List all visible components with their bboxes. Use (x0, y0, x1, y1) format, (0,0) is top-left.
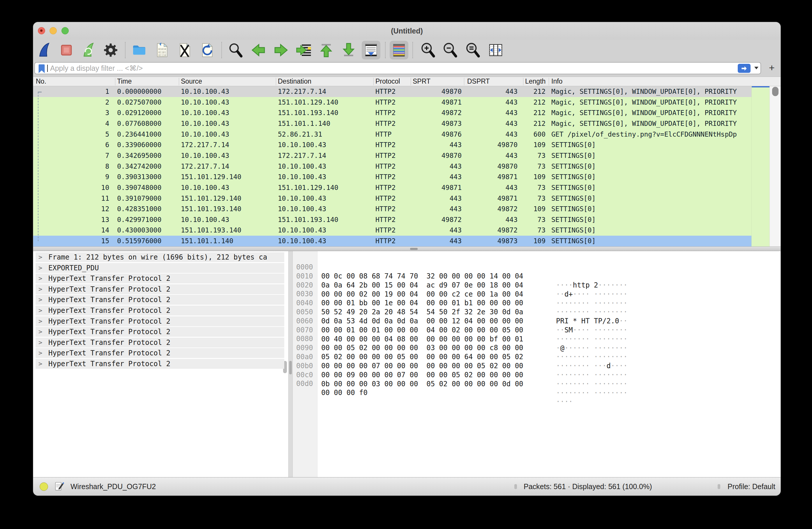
reload-file-button[interactable] (198, 41, 216, 59)
packet-row[interactable]: 11 0.391079000 151.101.129.140 10.10.100… (33, 193, 751, 204)
packet-row[interactable]: 6 0.339060000 172.217.7.14 10.10.100.43 … (33, 140, 751, 150)
column-header-sprt[interactable]: SPRT (413, 77, 431, 86)
chevron-right-icon[interactable]: > (39, 359, 42, 369)
column-header-info[interactable]: Info (551, 77, 562, 86)
hex-line[interactable]: 0050 0d 0a 53 4d 0d 0a 0d 0a 00 00 12 04… (293, 299, 781, 308)
column-header-dsprt[interactable]: DSPRT (467, 77, 490, 86)
hex-dump-pane[interactable]: 0000 00 0c 00 08 68 74 74 70 32 00 00 00… (293, 251, 781, 477)
packet-row[interactable]: 10 0.390748000 10.10.100.43 151.101.129.… (33, 182, 751, 193)
hex-line[interactable]: 0030 00 00 01 bb 00 1e 00 04 00 00 01 b1… (293, 281, 781, 289)
packet-row[interactable]: 14 0.430003000 151.101.193.140 10.10.100… (33, 225, 751, 236)
hex-line[interactable]: 0000 00 0c 00 08 68 74 74 70 32 00 00 00… (293, 254, 781, 263)
detail-tree-row[interactable]: > HyperText Transfer Protocol 2 (35, 305, 284, 315)
go-back-button[interactable] (249, 41, 268, 59)
auto-scroll-toggle[interactable] (362, 41, 380, 59)
detail-tree-row[interactable]: > HyperText Transfer Protocol 2 (35, 284, 284, 294)
detail-tree-row[interactable]: > HyperText Transfer Protocol 2 (35, 348, 284, 358)
resize-columns-button[interactable] (487, 41, 505, 59)
open-file-button[interactable] (130, 41, 148, 59)
chevron-right-icon[interactable]: > (39, 338, 42, 347)
chevron-right-icon[interactable]: > (39, 273, 42, 283)
detail-tree-row[interactable]: > HyperText Transfer Protocol 2 (35, 295, 284, 305)
chevron-right-icon[interactable]: > (39, 284, 42, 294)
packet-row[interactable]: 4 0.077608000 10.10.100.43 151.101.1.140… (33, 118, 751, 129)
packet-row[interactable]: 15 0.515976000 151.101.1.140 10.10.100.4… (33, 236, 751, 246)
splitter-handle[interactable] (410, 248, 418, 250)
zoom-in-button[interactable] (419, 41, 437, 59)
vertical-splitter-handle[interactable] (289, 361, 292, 374)
save-file-button[interactable]: 01010 01101 01110 (153, 41, 171, 59)
go-forward-button[interactable] (272, 41, 290, 59)
hex-line[interactable]: 00d0 00 00 00 f0 ···· (293, 370, 781, 379)
close-file-button[interactable] (175, 41, 194, 59)
packet-row[interactable]: 2 0.027507000 10.10.100.43 151.101.129.1… (33, 97, 751, 108)
hex-line[interactable]: 0020 00 00 00 02 00 19 00 04 00 00 c2 ce… (293, 272, 781, 281)
zoom-out-button[interactable] (441, 41, 460, 59)
detail-tree-row[interactable]: > HyperText Transfer Protocol 2 (35, 316, 284, 326)
column-header-source[interactable]: Source (181, 77, 202, 86)
column-header-destination[interactable]: Destination (278, 77, 311, 86)
hex-line[interactable]: 0060 00 00 01 00 01 00 00 00 04 00 02 00… (293, 308, 781, 317)
hex-line[interactable]: 0010 0a 0a 64 2b 00 15 00 04 ac d9 07 0e… (293, 263, 781, 272)
hex-line[interactable]: 0070 00 40 00 00 00 04 08 00 00 00 00 00… (293, 317, 781, 326)
bookmark-icon[interactable] (38, 65, 46, 73)
hex-line[interactable]: 0080 00 00 05 02 00 00 00 00 03 00 00 00… (293, 325, 781, 334)
apply-filter-button[interactable] (738, 64, 751, 73)
column-header-length[interactable]: Length (525, 77, 547, 86)
filter-dropdown-caret[interactable] (754, 67, 758, 69)
restart-capture-button[interactable] (79, 41, 98, 59)
capture-options-button[interactable] (101, 41, 120, 59)
detail-tree-row[interactable]: > HyperText Transfer Protocol 2 (35, 273, 284, 283)
go-first-packet-button[interactable] (317, 41, 335, 59)
chevron-right-icon[interactable]: > (39, 263, 42, 273)
profile-indicator[interactable]: Profile: Default (727, 477, 775, 496)
chevron-right-icon[interactable]: > (39, 252, 42, 262)
packet-row[interactable]: 8 0.342742000 172.217.7.14 10.10.100.43 … (33, 161, 751, 172)
find-packet-button[interactable] (226, 41, 245, 59)
packet-list-scrollbar[interactable] (769, 86, 781, 246)
filter-add-button[interactable]: + (766, 62, 778, 74)
hex-line[interactable]: 0040 50 52 49 20 2a 20 48 54 54 50 2f 32… (293, 289, 781, 299)
chevron-right-icon[interactable]: > (39, 348, 42, 358)
detail-tree-row[interactable]: > HyperText Transfer Protocol 2 (35, 327, 284, 337)
detail-tree-row[interactable]: > HyperText Transfer Protocol 2 (35, 359, 284, 369)
detail-tree-row[interactable]: > HyperText Transfer Protocol 2 (35, 338, 284, 347)
chevron-right-icon[interactable]: > (39, 327, 42, 337)
hex-line[interactable]: 00c0 0b 00 00 00 03 00 00 00 05 02 00 00… (293, 361, 781, 371)
colorize-toggle[interactable] (390, 41, 408, 59)
scrollbar-thumb[interactable] (772, 87, 779, 96)
go-last-packet-button[interactable] (339, 41, 358, 59)
go-to-packet-button[interactable] (294, 41, 313, 59)
packet-row[interactable]: 7 0.342695000 10.10.100.43 172.217.7.14 … (33, 150, 751, 161)
packet-list[interactable]: 15 0.515976000 151.101.1.140 10.10.100.4… (33, 86, 751, 246)
hex-line[interactable]: 0090 05 02 00 00 00 00 05 00 00 00 00 64… (293, 334, 781, 343)
packet-row[interactable]: 9 0.390313000 151.101.129.140 10.10.100.… (33, 172, 751, 182)
title-bar[interactable]: (Untitled) (33, 22, 781, 40)
chevron-right-icon[interactable]: > (39, 295, 42, 305)
cell-length: 73 (499, 193, 546, 204)
packet-list-minimap[interactable] (751, 86, 770, 246)
stop-capture-button[interactable] (57, 41, 76, 59)
chevron-right-icon[interactable]: > (39, 305, 42, 315)
pane-splitter-vertical[interactable] (288, 251, 293, 477)
chevron-right-icon[interactable]: > (39, 316, 42, 326)
zoom-reset-button[interactable] (464, 41, 482, 59)
pane-splitter-horizontal[interactable] (33, 246, 781, 251)
capture-comment-icon[interactable] (54, 482, 64, 491)
hex-line[interactable]: 00a0 00 00 00 00 07 00 00 00 00 00 00 00… (293, 343, 781, 353)
packet-details-pane[interactable]: > Frame 1: 212 bytes on wire (1696 bits)… (33, 251, 288, 477)
packet-row[interactable]: 5 0.236441000 10.10.100.43 52.86.21.31 H… (33, 129, 751, 140)
column-header-time[interactable]: Time (117, 77, 132, 86)
packet-row[interactable]: 3 0.029120000 10.10.100.43 151.101.193.1… (33, 108, 751, 118)
packet-row[interactable]: 12 0.428351000 151.101.193.140 10.10.100… (33, 204, 751, 214)
hex-line[interactable]: 00b0 00 00 09 00 00 00 07 00 00 00 05 02… (293, 353, 781, 361)
packet-row[interactable]: 1 0.000000000 10.10.100.43 172.217.7.14 … (33, 86, 751, 97)
display-filter-input[interactable]: Apply a display filter ... <⌘/> (34, 62, 761, 74)
packet-row[interactable]: 13 0.429971000 10.10.100.43 151.101.193.… (33, 214, 751, 225)
column-header-no[interactable]: No. (36, 77, 46, 86)
detail-tree-row[interactable]: > Frame 1: 212 bytes on wire (1696 bits)… (35, 252, 284, 262)
column-header-protocol[interactable]: Protocol (375, 77, 400, 86)
detail-tree-row[interactable]: > EXPORTED_PDU (35, 263, 284, 273)
expert-info-icon[interactable] (40, 482, 48, 491)
start-capture-button[interactable] (35, 41, 54, 59)
